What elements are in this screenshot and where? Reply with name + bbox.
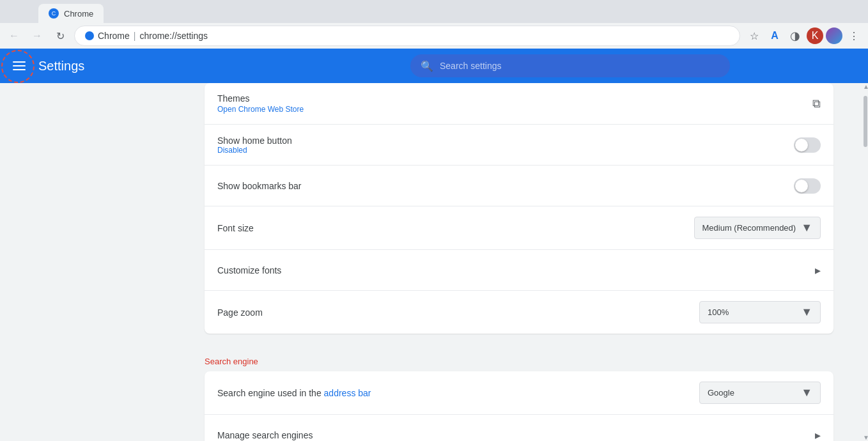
search-engine-link[interactable]: address bar [324,388,371,398]
manage-search-engines-title: Manage search engines [217,430,815,440]
settings-title: Settings [38,59,84,74]
search-engine-row: Search engine used in the address bar Go… [205,371,833,415]
themes-content: Themes Open Chrome Web Store [217,93,812,114]
scroll-down-arrow[interactable]: ▼ [863,434,868,441]
search-engine-content: Search engine used in the address bar [217,388,699,398]
address-path: chrome://settings [139,31,208,41]
back-button[interactable]: ← [5,27,23,45]
toolbar-icons: ☆ A ◑ K ⋮ [745,27,863,45]
font-size-row: Font size Medium (Recommended) ▼ [205,206,833,250]
themes-row: Themes Open Chrome Web Store ⧉ [205,83,833,125]
tab-bar: C Chrome [0,0,868,23]
scroll-up-arrow[interactable]: ▲ [863,83,868,90]
page-zoom-title: Page zoom [217,307,699,318]
menu-icon[interactable] [10,59,28,73]
show-home-button-title: Show home button [217,135,794,146]
show-bookmarks-bar-title: Show bookmarks bar [217,181,794,191]
vpn-icon[interactable]: ◑ [786,27,804,45]
show-home-button-content: Show home button Disabled [217,135,794,155]
search-icon: 🔍 [421,60,433,72]
tab-title: Chrome [64,9,93,19]
avatar[interactable] [826,27,842,44]
address-text: Chrome | chrome://settings [85,31,208,41]
show-bookmarks-bar-toggle[interactable] [794,178,821,194]
browser-chrome: C Chrome ← → ↻ Chrome | chrome://setting… [0,0,868,49]
font-size-dropdown-arrow: ▼ [801,221,812,235]
menu-icon-circle [1,50,35,83]
address-domain: Chrome [98,31,130,41]
search-engine-value: Google [708,388,734,398]
page-zoom-dropdown[interactable]: 100% ▼ [699,301,821,323]
active-tab[interactable]: C Chrome [38,4,104,23]
font-size-content: Font size [217,223,694,233]
show-home-button-status: Disabled [217,146,794,155]
address-box[interactable]: Chrome | chrome://settings [74,26,740,46]
appearance-card: Themes Open Chrome Web Store ⧉ Show home… [205,83,833,334]
address-separator: | [134,31,136,41]
settings-header: Settings 🔍 [0,49,868,83]
main-content: Themes Open Chrome Web Store ⧉ Show home… [179,83,859,441]
themes-title: Themes [217,93,812,104]
page-zoom-content: Page zoom [217,307,699,318]
show-home-button-row: Show home button Disabled [205,125,833,166]
bookmark-icon[interactable]: ☆ [745,27,763,45]
tab-favicon: C [49,8,59,19]
sidebar [0,83,179,441]
settings-search[interactable]: 🔍 [410,54,730,77]
scrollbar-track[interactable]: ▲ ▼ [863,83,868,441]
page-zoom-value: 100% [708,307,729,317]
profile-k-icon[interactable]: K [807,27,823,44]
address-favicon [85,31,94,40]
scrollbar-container: ▲ ▼ [859,83,868,441]
forward-button[interactable]: → [28,27,46,45]
search-engine-section-header: Search engine [205,346,833,371]
manage-search-engines-content: Manage search engines [217,430,815,440]
show-home-button-toggle[interactable] [794,137,821,153]
font-size-title: Font size [217,223,694,233]
page-zoom-row: Page zoom 100% ▼ [205,291,833,334]
customize-fonts-row[interactable]: Customize fonts ▸ [205,250,833,291]
customize-fonts-title: Customize fonts [217,265,815,275]
manage-search-engines-row[interactable]: Manage search engines ▸ [205,415,833,441]
customize-fonts-chevron: ▸ [815,263,821,277]
search-engine-prefix: Search engine used in the [217,388,324,398]
themes-subtitle[interactable]: Open Chrome Web Store [217,105,812,114]
search-engine-dropdown[interactable]: Google ▼ [699,382,821,404]
manage-search-engines-chevron: ▸ [815,428,821,441]
search-engine-dropdown-arrow: ▼ [801,386,812,399]
more-menu-icon[interactable]: ⋮ [845,27,863,45]
search-engine-title: Search engine used in the address bar [217,388,699,398]
font-size-value: Medium (Recommended) [702,223,796,233]
account-a-icon[interactable]: A [766,27,784,45]
customize-fonts-content: Customize fonts [217,265,815,275]
reload-button[interactable]: ↻ [51,27,69,45]
search-engine-card: Search engine used in the address bar Go… [205,371,833,441]
show-bookmarks-bar-content: Show bookmarks bar [217,181,794,191]
scrollbar-thumb[interactable] [864,96,867,147]
show-bookmarks-bar-row: Show bookmarks bar [205,166,833,206]
toggle-thumb-2 [795,180,808,192]
page-zoom-dropdown-arrow: ▼ [801,306,812,319]
external-link-icon[interactable]: ⧉ [812,97,821,111]
font-size-dropdown[interactable]: Medium (Recommended) ▼ [694,217,821,239]
page-body: Themes Open Chrome Web Store ⧉ Show home… [0,83,868,441]
address-bar-row: ← → ↻ Chrome | chrome://settings ☆ A ◑ K… [0,23,868,49]
search-input[interactable] [440,61,720,71]
toggle-thumb [795,139,808,151]
